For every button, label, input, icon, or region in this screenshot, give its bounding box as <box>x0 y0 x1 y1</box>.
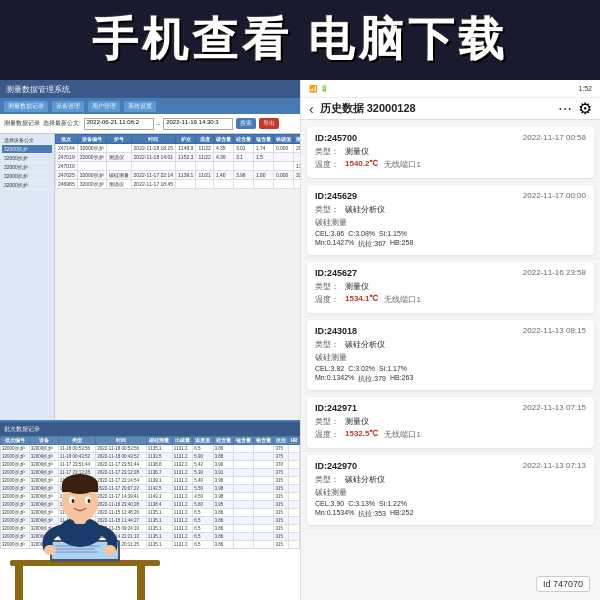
bottom-table-header: 批次数据记录 <box>0 422 300 436</box>
record-id: ID:243018 <box>315 326 357 336</box>
record-detail-item: Si:1.15% <box>379 230 407 237</box>
record-detail-item: 抗拉:353 <box>358 509 386 519</box>
mobile-panel: 📶 🔋 1:52 ‹ 历史数据 32000128 ⋯ ⚙ ID:24570020… <box>300 80 600 600</box>
record-detail-item: CEL:3.90 <box>315 500 344 507</box>
person-icon <box>0 440 160 600</box>
record-detail-header: 碳硅测量 <box>315 217 586 228</box>
record-detail-item: HB:258 <box>390 239 413 249</box>
date-to-label: ~ <box>157 121 161 127</box>
record-id: ID:242970 <box>315 461 357 471</box>
more-button[interactable]: ⋯ <box>558 101 572 117</box>
record-detail-row1: CEL:3.86C:3.08%Si:1.15% <box>315 230 586 237</box>
record-temp-label: 温度： <box>315 294 339 305</box>
card-divider <box>301 528 600 529</box>
phone-nav-title: 历史数据 32000128 <box>320 101 552 116</box>
record-detail-row2: Mn:0.1342%抗拉:379HB:263 <box>315 374 586 384</box>
svg-point-9 <box>44 545 56 555</box>
table-row: 247144 32000扒炉 2022-11-18 18:15 1148.9 1… <box>56 144 301 153</box>
table-row: 246985 32000扒炉 测温仪 2022-11-17 18:45 <box>56 180 301 189</box>
sidebar-item-4[interactable]: 32000扒炉 <box>2 181 52 190</box>
record-detail-item: CEL:3.86 <box>315 230 344 237</box>
record-type-label: 类型： <box>315 204 339 215</box>
record-card[interactable]: ID:2456292022-11-17 00:00类型：碳硅分析仪碳硅测量CEL… <box>307 185 594 255</box>
col-fe: 锰含量 <box>253 135 273 144</box>
record-temp-label: 温度： <box>315 159 339 170</box>
date-end-input[interactable]: 2022-11-19 14:30:3 <box>163 118 233 130</box>
record-type-value: 碳硅分析仪 <box>345 474 385 485</box>
record-detail-item: Mn:0.1342% <box>315 374 354 384</box>
col-type: 炉号 <box>106 135 131 144</box>
banner-title: 手机查看 电脑下载 <box>92 9 509 71</box>
record-type-value: 测量仪 <box>345 281 369 292</box>
record-port: 无线端口1 <box>384 294 420 305</box>
record-date: 2022-11-13 08:15 <box>523 326 586 336</box>
record-id: ID:245700 <box>315 133 357 143</box>
record-type-value: 碳硅分析仪 <box>345 339 385 350</box>
card-divider <box>301 451 600 452</box>
record-detail-item: Mn:0.1427% <box>315 239 354 249</box>
nav-item-2[interactable]: 用户管理 <box>88 101 120 112</box>
svg-rect-2 <box>137 566 145 600</box>
toolbar-label: 测量数据记录 <box>4 119 40 128</box>
record-type-row: 类型：碳硅分析仪 <box>315 204 586 215</box>
record-type-value: 测量仪 <box>345 146 369 157</box>
desktop-panel: 测量数据管理系统 测量数据记录 设备管理 用户管理 系统设置 测量数据记录 选择… <box>0 80 300 600</box>
record-detail-row2: Mn:0.1427%抗拉:367HB:258 <box>315 239 586 249</box>
main-data-table: 批次 设备编号 炉号 时间 炉次 温度 碳含量 硅含量 锰含量 铁碳值 测温值 <box>55 134 300 189</box>
sidebar-item-0[interactable]: 32000扒炉 <box>2 145 52 154</box>
col-si: 碳含量 <box>213 135 233 144</box>
record-type-label: 类型： <box>315 281 339 292</box>
back-button[interactable]: ‹ <box>309 101 314 117</box>
col-time: 时间 <box>131 135 175 144</box>
record-date: 2022-11-13 07:13 <box>523 461 586 471</box>
nav-item-0[interactable]: 测量数据记录 <box>4 101 48 112</box>
phone-status-icons: 📶 🔋 <box>309 85 329 93</box>
record-detail-item: 抗拉:367 <box>358 239 386 249</box>
desktop-nav: 测量数据记录 设备管理 用户管理 系统设置 <box>0 98 300 114</box>
record-detail-item: CEL:3.82 <box>315 365 344 372</box>
record-card[interactable]: ID:2429712022-11-13 07:15类型：测量仪温度：1532.5… <box>307 397 594 448</box>
top-banner: 手机查看 电脑下载 <box>0 0 600 80</box>
record-type-label: 类型： <box>315 474 339 485</box>
search-button[interactable]: 搜索 <box>236 118 256 129</box>
col-batch: 批次 <box>56 135 78 144</box>
nav-item-1[interactable]: 设备管理 <box>52 101 84 112</box>
record-detail-item: HB:252 <box>390 509 413 519</box>
date-start-input[interactable]: 2022-06-21 11:06:2 <box>84 118 154 130</box>
desktop-header-title: 测量数据管理系统 <box>6 84 70 95</box>
settings-button[interactable]: ⚙ <box>578 99 592 118</box>
col-device: 设备编号 <box>77 135 106 144</box>
sidebar-label: 选择设备公文 <box>2 136 52 145</box>
record-type-value: 测量仪 <box>345 416 369 427</box>
svg-rect-1 <box>15 566 23 600</box>
table-area: 选择设备公文 32000扒炉 32000扒炉 32000扒炉 32000扒炉 3… <box>0 134 300 420</box>
phone-content[interactable]: ID:2457002022-11-17 00:58类型：测量仪温度：1540.2… <box>301 120 600 600</box>
sidebar-item-1[interactable]: 32000扒炉 <box>2 154 52 163</box>
record-card[interactable]: ID:2456272022-11-16 23:58类型：测量仪温度：1534.1… <box>307 262 594 313</box>
col-c: 炉次 <box>176 135 196 144</box>
record-detail-header: 碳硅测量 <box>315 352 586 363</box>
svg-point-10 <box>104 545 116 555</box>
table-row: 247019 1397.8 <box>56 162 301 171</box>
record-id: ID:245629 <box>315 191 357 201</box>
nav-item-3[interactable]: 系统设置 <box>124 101 156 112</box>
record-card[interactable]: ID:2430182022-11-13 08:15类型：碳硅分析仪碳硅测量CEL… <box>307 320 594 390</box>
record-type-row: 类型：测量仪 <box>315 416 586 427</box>
card-divider <box>301 316 600 317</box>
record-temp-label: 温度： <box>315 429 339 440</box>
card-divider <box>301 258 600 259</box>
record-date: 2022-11-17 00:00 <box>523 191 586 201</box>
record-card[interactable]: ID:2457002022-11-17 00:58类型：测量仪温度：1540.2… <box>307 127 594 178</box>
sidebar-item-2[interactable]: 32000扒炉 <box>2 163 52 172</box>
main-table-area: 批次 设备编号 炉号 时间 炉次 温度 碳含量 硅含量 锰含量 铁碳值 测温值 <box>55 134 300 420</box>
svg-point-18 <box>88 499 91 503</box>
record-temp-row: 温度：1540.2℃无线端口1 <box>315 159 586 170</box>
record-card[interactable]: ID:2429702022-11-13 07:13类型：碳硅分析仪碳硅测量CEL… <box>307 455 594 525</box>
record-id: ID:242971 <box>315 403 357 413</box>
sidebar-item-3[interactable]: 32000扒炉 <box>2 172 52 181</box>
bottom-table-title: 批次数据记录 <box>4 425 40 434</box>
card-divider <box>301 393 600 394</box>
export-button[interactable]: 导出 <box>259 118 279 129</box>
record-port: 无线端口1 <box>384 159 420 170</box>
record-detail-item: C:3.13% <box>348 500 375 507</box>
